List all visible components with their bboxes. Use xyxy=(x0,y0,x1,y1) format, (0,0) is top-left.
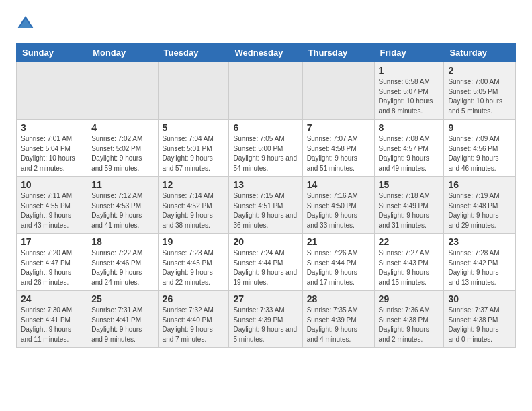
day-info: Sunrise: 7:18 AM Sunset: 4:49 PM Dayligh… xyxy=(379,191,440,230)
day-info: Sunrise: 7:26 AM Sunset: 4:44 PM Dayligh… xyxy=(307,248,370,287)
calendar-header-friday: Friday xyxy=(374,44,444,62)
day-number: 19 xyxy=(163,236,225,247)
day-info: Sunrise: 7:07 AM Sunset: 4:58 PM Dayligh… xyxy=(307,134,370,173)
page: SundayMondayTuesdayWednesdayThursdayFrid… xyxy=(0,0,532,361)
day-number: 14 xyxy=(307,179,370,190)
calendar-cell: 12Sunrise: 7:14 AM Sunset: 4:52 PM Dayli… xyxy=(158,177,229,234)
day-info: Sunrise: 7:00 AM Sunset: 5:05 PM Dayligh… xyxy=(448,77,511,116)
day-number: 9 xyxy=(448,122,511,133)
day-info: Sunrise: 7:02 AM Sunset: 5:02 PM Dayligh… xyxy=(91,134,153,173)
day-number: 21 xyxy=(307,236,370,247)
day-number: 5 xyxy=(163,122,225,133)
calendar-cell: 22Sunrise: 7:27 AM Sunset: 4:43 PM Dayli… xyxy=(374,234,444,291)
calendar-cell xyxy=(229,62,302,120)
calendar-cell: 21Sunrise: 7:26 AM Sunset: 4:44 PM Dayli… xyxy=(302,234,374,291)
day-info: Sunrise: 7:01 AM Sunset: 5:04 PM Dayligh… xyxy=(21,134,83,173)
day-info: Sunrise: 7:14 AM Sunset: 4:52 PM Dayligh… xyxy=(163,191,225,230)
day-info: Sunrise: 7:09 AM Sunset: 4:56 PM Dayligh… xyxy=(448,134,511,173)
calendar-week-row: 1Sunrise: 6:58 AM Sunset: 5:07 PM Daylig… xyxy=(17,62,516,120)
day-number: 28 xyxy=(307,293,370,304)
calendar-cell: 28Sunrise: 7:35 AM Sunset: 4:39 PM Dayli… xyxy=(302,291,374,348)
day-number: 8 xyxy=(379,122,440,133)
day-info: Sunrise: 7:16 AM Sunset: 4:50 PM Dayligh… xyxy=(307,191,370,230)
day-number: 25 xyxy=(91,293,153,304)
day-info: Sunrise: 7:33 AM Sunset: 4:39 PM Dayligh… xyxy=(233,306,298,345)
calendar-cell: 15Sunrise: 7:18 AM Sunset: 4:49 PM Dayli… xyxy=(374,177,444,234)
calendar-header-thursday: Thursday xyxy=(302,44,374,62)
calendar: SundayMondayTuesdayWednesdayThursdayFrid… xyxy=(16,43,516,348)
day-number: 10 xyxy=(21,179,83,190)
calendar-week-row: 10Sunrise: 7:11 AM Sunset: 4:55 PM Dayli… xyxy=(17,177,516,234)
day-info: Sunrise: 7:27 AM Sunset: 4:43 PM Dayligh… xyxy=(379,248,440,287)
day-info: Sunrise: 7:36 AM Sunset: 4:38 PM Dayligh… xyxy=(379,306,440,345)
day-info: Sunrise: 6:58 AM Sunset: 5:07 PM Dayligh… xyxy=(379,77,440,116)
day-info: Sunrise: 7:22 AM Sunset: 4:46 PM Dayligh… xyxy=(91,248,153,287)
day-number: 26 xyxy=(163,293,225,304)
day-number: 20 xyxy=(233,236,298,247)
calendar-cell: 27Sunrise: 7:33 AM Sunset: 4:39 PM Dayli… xyxy=(229,291,302,348)
day-number: 7 xyxy=(307,122,370,133)
calendar-cell: 14Sunrise: 7:16 AM Sunset: 4:50 PM Dayli… xyxy=(302,177,374,234)
day-number: 15 xyxy=(379,179,440,190)
calendar-cell: 9Sunrise: 7:09 AM Sunset: 4:56 PM Daylig… xyxy=(444,120,516,177)
calendar-cell: 25Sunrise: 7:31 AM Sunset: 4:41 PM Dayli… xyxy=(87,291,158,348)
day-number: 13 xyxy=(233,179,298,190)
calendar-cell: 24Sunrise: 7:30 AM Sunset: 4:41 PM Dayli… xyxy=(17,291,87,348)
day-info: Sunrise: 7:15 AM Sunset: 4:51 PM Dayligh… xyxy=(233,191,298,230)
day-number: 29 xyxy=(379,293,440,304)
day-number: 12 xyxy=(163,179,225,190)
day-info: Sunrise: 7:19 AM Sunset: 4:48 PM Dayligh… xyxy=(448,191,511,230)
calendar-cell: 10Sunrise: 7:11 AM Sunset: 4:55 PM Dayli… xyxy=(17,177,87,234)
day-number: 23 xyxy=(448,236,511,247)
day-info: Sunrise: 7:04 AM Sunset: 5:01 PM Dayligh… xyxy=(163,134,225,173)
day-info: Sunrise: 7:24 AM Sunset: 4:44 PM Dayligh… xyxy=(233,248,298,287)
day-number: 6 xyxy=(233,122,298,133)
day-info: Sunrise: 7:11 AM Sunset: 4:55 PM Dayligh… xyxy=(21,191,83,230)
day-number: 2 xyxy=(448,65,511,76)
calendar-cell xyxy=(302,62,374,120)
day-info: Sunrise: 7:28 AM Sunset: 4:42 PM Dayligh… xyxy=(448,248,511,287)
day-number: 3 xyxy=(21,122,83,133)
day-number: 22 xyxy=(379,236,440,247)
calendar-cell xyxy=(158,62,229,120)
calendar-week-row: 3Sunrise: 7:01 AM Sunset: 5:04 PM Daylig… xyxy=(17,120,516,177)
calendar-header-tuesday: Tuesday xyxy=(158,44,229,62)
day-number: 11 xyxy=(91,179,153,190)
calendar-header-saturday: Saturday xyxy=(444,44,516,62)
calendar-header-sunday: Sunday xyxy=(17,44,87,62)
calendar-cell: 26Sunrise: 7:32 AM Sunset: 4:40 PM Dayli… xyxy=(158,291,229,348)
day-number: 18 xyxy=(91,236,153,247)
calendar-week-row: 24Sunrise: 7:30 AM Sunset: 4:41 PM Dayli… xyxy=(17,291,516,348)
calendar-cell: 7Sunrise: 7:07 AM Sunset: 4:58 PM Daylig… xyxy=(302,120,374,177)
day-info: Sunrise: 7:37 AM Sunset: 4:38 PM Dayligh… xyxy=(448,306,511,345)
calendar-cell: 2Sunrise: 7:00 AM Sunset: 5:05 PM Daylig… xyxy=(444,62,516,120)
calendar-cell: 17Sunrise: 7:20 AM Sunset: 4:47 PM Dayli… xyxy=(17,234,87,291)
calendar-cell: 1Sunrise: 6:58 AM Sunset: 5:07 PM Daylig… xyxy=(374,62,444,120)
day-info: Sunrise: 7:08 AM Sunset: 4:57 PM Dayligh… xyxy=(379,134,440,173)
day-info: Sunrise: 7:30 AM Sunset: 4:41 PM Dayligh… xyxy=(21,306,83,345)
day-info: Sunrise: 7:23 AM Sunset: 4:45 PM Dayligh… xyxy=(163,248,225,287)
calendar-cell: 29Sunrise: 7:36 AM Sunset: 4:38 PM Dayli… xyxy=(374,291,444,348)
header xyxy=(16,13,516,32)
day-number: 4 xyxy=(91,122,153,133)
calendar-header-row: SundayMondayTuesdayWednesdayThursdayFrid… xyxy=(17,44,516,62)
calendar-cell: 5Sunrise: 7:04 AM Sunset: 5:01 PM Daylig… xyxy=(158,120,229,177)
calendar-cell: 19Sunrise: 7:23 AM Sunset: 4:45 PM Dayli… xyxy=(158,234,229,291)
day-info: Sunrise: 7:12 AM Sunset: 4:53 PM Dayligh… xyxy=(91,191,153,230)
calendar-cell: 13Sunrise: 7:15 AM Sunset: 4:51 PM Dayli… xyxy=(229,177,302,234)
calendar-cell: 3Sunrise: 7:01 AM Sunset: 5:04 PM Daylig… xyxy=(17,120,87,177)
day-number: 27 xyxy=(233,293,298,304)
calendar-header-monday: Monday xyxy=(87,44,158,62)
day-info: Sunrise: 7:35 AM Sunset: 4:39 PM Dayligh… xyxy=(307,306,370,345)
calendar-cell: 18Sunrise: 7:22 AM Sunset: 4:46 PM Dayli… xyxy=(87,234,158,291)
day-number: 30 xyxy=(448,293,511,304)
calendar-cell: 11Sunrise: 7:12 AM Sunset: 4:53 PM Dayli… xyxy=(87,177,158,234)
day-number: 16 xyxy=(448,179,511,190)
calendar-cell xyxy=(87,62,158,120)
calendar-header-wednesday: Wednesday xyxy=(229,44,302,62)
day-number: 1 xyxy=(379,65,440,76)
calendar-cell: 20Sunrise: 7:24 AM Sunset: 4:44 PM Dayli… xyxy=(229,234,302,291)
logo xyxy=(16,13,38,32)
day-number: 17 xyxy=(21,236,83,247)
day-info: Sunrise: 7:31 AM Sunset: 4:41 PM Dayligh… xyxy=(91,306,153,345)
